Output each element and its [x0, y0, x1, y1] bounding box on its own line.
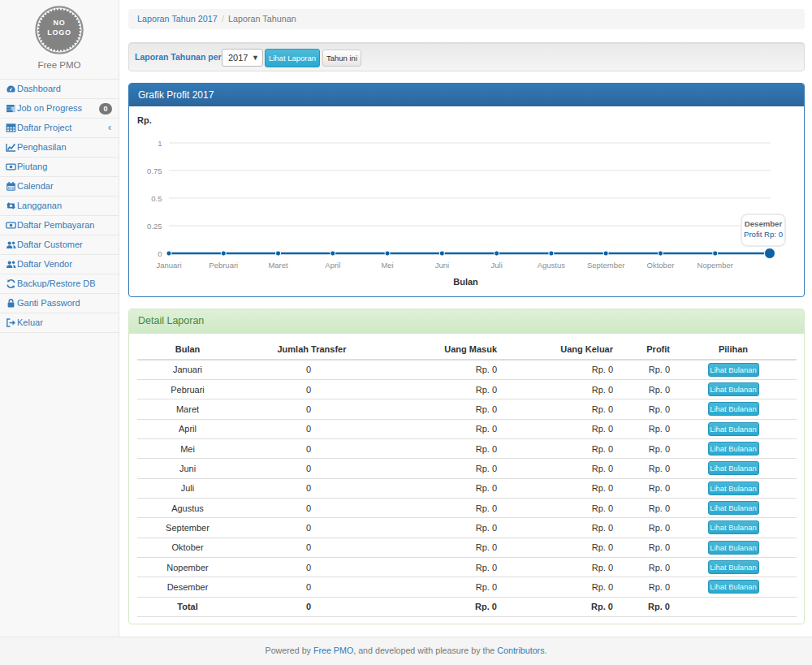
- svg-text:Juli: Juli: [490, 261, 502, 270]
- svg-text:Pebruari: Pebruari: [209, 261, 238, 270]
- svg-text:0.75: 0.75: [147, 166, 162, 175]
- svg-text:NO: NO: [53, 19, 65, 27]
- svg-text:Juni: Juni: [435, 261, 449, 270]
- svg-text:September: September: [587, 261, 624, 270]
- svg-text:0.25: 0.25: [147, 222, 162, 231]
- svg-text:0: 0: [158, 249, 162, 258]
- svg-text:Oktober: Oktober: [647, 261, 675, 270]
- svg-text:Mei: Mei: [381, 261, 393, 270]
- svg-text:April: April: [325, 261, 340, 270]
- svg-text:Agustus: Agustus: [538, 261, 566, 270]
- svg-text:Maret: Maret: [268, 261, 288, 270]
- svg-text:Januari: Januari: [156, 261, 181, 270]
- svg-text:Nopember: Nopember: [698, 261, 733, 270]
- svg-text:0.5: 0.5: [151, 194, 162, 203]
- svg-text:LOGO: LOGO: [47, 28, 71, 37]
- svg-text:1: 1: [158, 139, 162, 148]
